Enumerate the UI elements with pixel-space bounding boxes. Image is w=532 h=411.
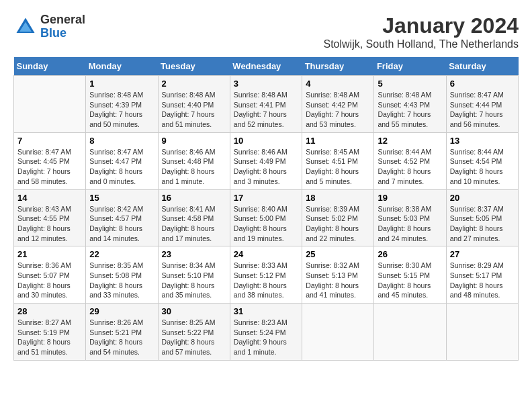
day-info: Sunrise: 8:38 AM Sunset: 5:03 PM Dayligh… — [378, 204, 442, 244]
cell-w5-d2: 29Sunrise: 8:26 AM Sunset: 5:21 PM Dayli… — [86, 304, 158, 361]
week-row-3: 14Sunrise: 8:43 AM Sunset: 4:55 PM Dayli… — [14, 189, 519, 246]
cell-w4-d7: 27Sunrise: 8:29 AM Sunset: 5:17 PM Dayli… — [446, 246, 518, 304]
day-number: 5 — [378, 79, 442, 89]
day-info: Sunrise: 8:48 AM Sunset: 4:43 PM Dayligh… — [378, 90, 442, 130]
day-info: Sunrise: 8:44 AM Sunset: 4:54 PM Dayligh… — [450, 147, 515, 187]
cell-w1-d1 — [14, 76, 86, 133]
cell-w2-d2: 8Sunrise: 8:47 AM Sunset: 4:47 PM Daylig… — [86, 132, 158, 189]
cell-w4-d5: 25Sunrise: 8:32 AM Sunset: 5:13 PM Dayli… — [302, 246, 374, 304]
day-info: Sunrise: 8:30 AM Sunset: 5:15 PM Dayligh… — [378, 261, 442, 300]
day-info: Sunrise: 8:32 AM Sunset: 5:13 PM Dayligh… — [306, 261, 370, 300]
week-row-2: 7Sunrise: 8:47 AM Sunset: 4:45 PM Daylig… — [14, 132, 519, 189]
day-info: Sunrise: 8:48 AM Sunset: 4:41 PM Dayligh… — [234, 90, 298, 130]
calendar-header: SundayMondayTuesdayWednesdayThursdayFrid… — [14, 57, 519, 76]
header-friday: Friday — [374, 57, 446, 76]
day-info: Sunrise: 8:40 AM Sunset: 5:00 PM Dayligh… — [234, 204, 298, 244]
day-info: Sunrise: 8:25 AM Sunset: 5:22 PM Dayligh… — [162, 318, 226, 357]
logo: General Blue — [13, 13, 85, 40]
cell-w2-d5: 11Sunrise: 8:45 AM Sunset: 4:51 PM Dayli… — [302, 132, 374, 189]
calendar-body: 1Sunrise: 8:48 AM Sunset: 4:39 PM Daylig… — [14, 76, 519, 361]
cell-w3-d7: 20Sunrise: 8:37 AM Sunset: 5:05 PM Dayli… — [446, 189, 518, 246]
cell-w5-d4: 31Sunrise: 8:23 AM Sunset: 5:24 PM Dayli… — [230, 304, 302, 361]
day-info: Sunrise: 8:47 AM Sunset: 4:47 PM Dayligh… — [89, 147, 154, 187]
header-tuesday: Tuesday — [158, 57, 230, 76]
cell-w5-d1: 28Sunrise: 8:27 AM Sunset: 5:19 PM Dayli… — [14, 304, 86, 361]
cell-w2-d4: 10Sunrise: 8:46 AM Sunset: 4:49 PM Dayli… — [230, 132, 302, 189]
day-number: 19 — [378, 193, 442, 203]
day-number: 30 — [162, 306, 226, 316]
page-header: General Blue January 2024 Stolwijk, Sout… — [13, 13, 519, 50]
day-number: 26 — [378, 249, 442, 259]
day-info: Sunrise: 8:44 AM Sunset: 4:52 PM Dayligh… — [378, 147, 442, 187]
cell-w2-d3: 9Sunrise: 8:46 AM Sunset: 4:48 PM Daylig… — [158, 132, 230, 189]
header-sunday: Sunday — [14, 57, 86, 76]
day-number: 31 — [234, 306, 298, 316]
day-number: 25 — [306, 249, 370, 259]
cell-w2-d1: 7Sunrise: 8:47 AM Sunset: 4:45 PM Daylig… — [14, 132, 86, 189]
week-row-5: 28Sunrise: 8:27 AM Sunset: 5:19 PM Dayli… — [14, 304, 519, 361]
day-number: 29 — [89, 306, 154, 316]
day-info: Sunrise: 8:48 AM Sunset: 4:40 PM Dayligh… — [162, 90, 226, 130]
header-thursday: Thursday — [302, 57, 374, 76]
cell-w2-d6: 12Sunrise: 8:44 AM Sunset: 4:52 PM Dayli… — [374, 132, 446, 189]
logo-icon — [13, 15, 38, 39]
day-info: Sunrise: 8:33 AM Sunset: 5:12 PM Dayligh… — [234, 261, 298, 300]
day-number: 24 — [234, 249, 298, 259]
day-info: Sunrise: 8:48 AM Sunset: 4:42 PM Dayligh… — [306, 90, 370, 130]
cell-w1-d3: 2Sunrise: 8:48 AM Sunset: 4:40 PM Daylig… — [158, 76, 230, 133]
day-number: 1 — [89, 79, 154, 89]
cell-w1-d6: 5Sunrise: 8:48 AM Sunset: 4:43 PM Daylig… — [374, 76, 446, 133]
day-number: 7 — [17, 136, 82, 146]
day-info: Sunrise: 8:46 AM Sunset: 4:49 PM Dayligh… — [234, 147, 298, 187]
cell-w5-d3: 30Sunrise: 8:25 AM Sunset: 5:22 PM Dayli… — [158, 304, 230, 361]
day-info: Sunrise: 8:45 AM Sunset: 4:51 PM Dayligh… — [306, 147, 370, 187]
cell-w3-d6: 19Sunrise: 8:38 AM Sunset: 5:03 PM Dayli… — [374, 189, 446, 246]
day-info: Sunrise: 8:48 AM Sunset: 4:39 PM Dayligh… — [89, 90, 154, 130]
header-monday: Monday — [86, 57, 158, 76]
day-number: 28 — [17, 306, 82, 316]
day-number: 9 — [162, 136, 226, 146]
day-number: 2 — [162, 79, 226, 89]
cell-w4-d6: 26Sunrise: 8:30 AM Sunset: 5:15 PM Dayli… — [374, 246, 446, 304]
calendar-table: SundayMondayTuesdayWednesdayThursdayFrid… — [13, 57, 519, 361]
day-info: Sunrise: 8:36 AM Sunset: 5:07 PM Dayligh… — [17, 261, 82, 300]
day-number: 3 — [234, 79, 298, 89]
day-number: 23 — [162, 249, 226, 259]
day-info: Sunrise: 8:41 AM Sunset: 4:58 PM Dayligh… — [162, 204, 226, 244]
header-wednesday: Wednesday — [230, 57, 302, 76]
day-number: 22 — [89, 249, 154, 259]
day-number: 6 — [450, 79, 515, 89]
day-number: 10 — [234, 136, 298, 146]
logo-general-text: General — [40, 13, 85, 27]
day-number: 27 — [450, 249, 515, 259]
week-row-4: 21Sunrise: 8:36 AM Sunset: 5:07 PM Dayli… — [14, 246, 519, 304]
cell-w1-d7: 6Sunrise: 8:47 AM Sunset: 4:44 PM Daylig… — [446, 76, 518, 133]
day-number: 8 — [89, 136, 154, 146]
cell-w3-d2: 15Sunrise: 8:42 AM Sunset: 4:57 PM Dayli… — [86, 189, 158, 246]
cell-w4-d3: 23Sunrise: 8:34 AM Sunset: 5:10 PM Dayli… — [158, 246, 230, 304]
day-info: Sunrise: 8:27 AM Sunset: 5:19 PM Dayligh… — [17, 318, 82, 357]
logo-blue-text: Blue — [40, 27, 85, 40]
day-number: 4 — [306, 79, 370, 89]
day-info: Sunrise: 8:37 AM Sunset: 5:05 PM Dayligh… — [450, 204, 515, 244]
day-info: Sunrise: 8:43 AM Sunset: 4:55 PM Dayligh… — [17, 204, 82, 244]
cell-w4-d4: 24Sunrise: 8:33 AM Sunset: 5:12 PM Dayli… — [230, 246, 302, 304]
day-info: Sunrise: 8:47 AM Sunset: 4:45 PM Dayligh… — [17, 147, 82, 187]
logo-text: General Blue — [40, 13, 85, 40]
cell-w1-d5: 4Sunrise: 8:48 AM Sunset: 4:42 PM Daylig… — [302, 76, 374, 133]
day-number: 13 — [450, 136, 515, 146]
cell-w4-d1: 21Sunrise: 8:36 AM Sunset: 5:07 PM Dayli… — [14, 246, 86, 304]
day-info: Sunrise: 8:35 AM Sunset: 5:08 PM Dayligh… — [89, 261, 154, 300]
cell-w5-d7 — [446, 304, 518, 361]
cell-w4-d2: 22Sunrise: 8:35 AM Sunset: 5:08 PM Dayli… — [86, 246, 158, 304]
day-info: Sunrise: 8:46 AM Sunset: 4:48 PM Dayligh… — [162, 147, 226, 187]
day-number: 21 — [17, 249, 82, 259]
cell-w1-d4: 3Sunrise: 8:48 AM Sunset: 4:41 PM Daylig… — [230, 76, 302, 133]
day-info: Sunrise: 8:26 AM Sunset: 5:21 PM Dayligh… — [89, 318, 154, 357]
day-info: Sunrise: 8:42 AM Sunset: 4:57 PM Dayligh… — [89, 204, 154, 244]
cell-w1-d2: 1Sunrise: 8:48 AM Sunset: 4:39 PM Daylig… — [86, 76, 158, 133]
day-number: 17 — [234, 193, 298, 203]
header-saturday: Saturday — [446, 57, 518, 76]
cell-w3-d4: 17Sunrise: 8:40 AM Sunset: 5:00 PM Dayli… — [230, 189, 302, 246]
week-row-1: 1Sunrise: 8:48 AM Sunset: 4:39 PM Daylig… — [14, 76, 519, 133]
